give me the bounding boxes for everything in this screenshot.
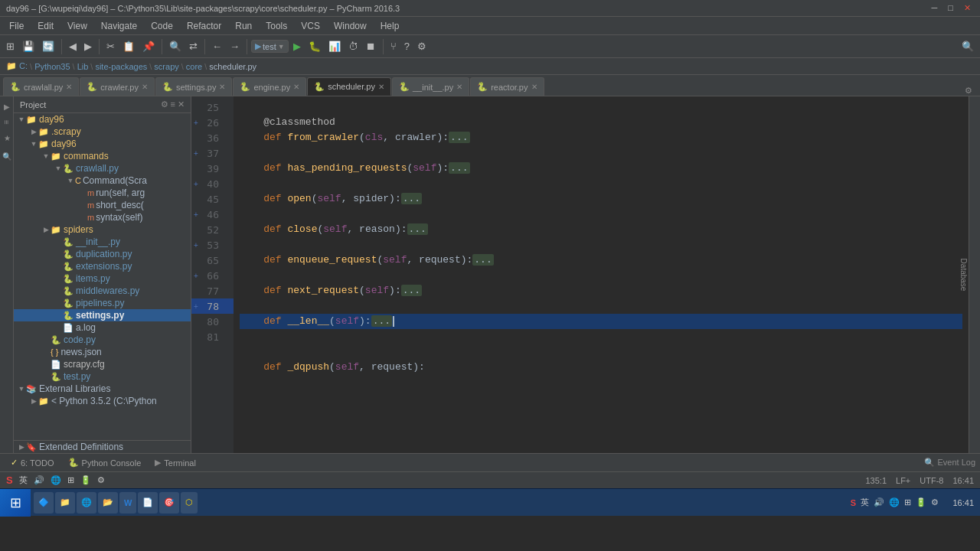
tray-audio[interactable]: 🔊 [874,497,884,507]
tree-item-syntax[interactable]: m syntax(self) [14,211,191,223]
bottom-tab-terminal[interactable]: ▶ Terminal [149,456,202,469]
tray-battery[interactable]: 🔋 [916,497,926,507]
sidebar-gear-icon[interactable]: ⚙ [161,99,168,109]
menu-refactor[interactable]: Refactor [181,19,227,33]
tree-item-items[interactable]: 🐍 items.py [14,272,191,285]
minimize-btn[interactable]: ─ [929,3,941,13]
toolbar-sync-btn[interactable]: 🔄 [39,39,57,54]
tree-item-spiders[interactable]: ▶ 📁 spiders [14,223,191,236]
toolbar-paste-btn[interactable]: 📌 [139,39,158,54]
taskbar-word[interactable]: W [119,492,136,514]
taskbar-folder[interactable]: 📂 [98,492,118,514]
tab-close-settings[interactable]: ✕ [219,83,225,91]
tree-item-test[interactable]: 🐍 test.py [14,370,191,383]
vcs-btn[interactable]: ⑂ [387,39,400,54]
bc-lib[interactable]: Lib [77,62,89,71]
extended-definitions[interactable]: ▶ 🔖 Extended Definitions [14,440,191,453]
bookmark-btn[interactable]: ★ [2,131,11,145]
expand-46[interactable]: + [191,210,201,219]
coverage-btn[interactable]: 📊 [325,39,344,54]
tab-init[interactable]: 🐍 __init__.py ✕ [392,77,469,96]
tree-item-day96-sub[interactable]: ▼ 📁 day96 [14,138,191,150]
toolbar-save-btn[interactable]: 💾 [19,39,38,54]
taskbar-explorer[interactable]: 📁 [55,492,75,514]
tab-crawlall[interactable]: 🐍 crawlall.py ✕ [3,77,79,96]
tray-ime[interactable]: 英 [861,497,869,508]
tab-scheduler[interactable]: 🐍 scheduler.py ✕ [307,77,391,96]
tray-network[interactable]: 🌐 [889,497,900,507]
profile-btn[interactable]: ⏱ [345,39,361,54]
tab-close-reactor[interactable]: ✕ [531,83,537,91]
sidebar-settings-icon[interactable]: ≡ [171,99,175,109]
bc-drive[interactable]: 📁 C: [6,61,28,71]
menu-navigate[interactable]: Navigate [95,19,143,33]
tree-item-duplication[interactable]: 🐍 duplication.py [14,248,191,260]
tree-item-commands[interactable]: ▼ 📁 commands [14,150,191,162]
toolbar-nav-next[interactable]: → [227,39,243,54]
tab-close-engine[interactable]: ✕ [293,83,299,91]
tree-item-code[interactable]: 🐍 code.py [14,334,191,346]
menu-tools[interactable]: Tools [260,19,293,33]
toolbar-copy-btn[interactable]: 📋 [119,39,138,54]
editor-settings-btn[interactable]: ⚙ [960,86,977,96]
expand-40[interactable]: + [191,180,201,188]
bc-sitepackages[interactable]: site-packages [95,62,147,71]
start-button[interactable]: ⊞ [0,489,31,517]
tree-item-day96[interactable]: ▼ 📁 day96 [14,113,191,126]
menu-window[interactable]: Window [328,19,373,33]
event-log-btn[interactable]: 🔍 Event Log [924,458,975,468]
tree-item-pipelines[interactable]: 🐍 pipelines.py [14,297,191,309]
debug-btn[interactable]: 🐛 [305,39,324,54]
bc-schedulerpy[interactable]: scheduler.py [209,62,256,71]
expand-66[interactable]: + [191,272,201,280]
tree-item-crawlall[interactable]: ▼ 🐍 crawlall.py [14,162,191,174]
tab-close-init[interactable]: ✕ [456,83,462,91]
run-btn[interactable]: ▶ [290,39,304,54]
toolbar-project-btn[interactable]: ⊞ [3,39,18,54]
tree-item-settings-active[interactable]: 🐍 settings.py [14,309,191,321]
tab-crawler[interactable]: 🐍 crawler.py ✕ [80,77,155,96]
code-editor[interactable]: @classmethod def from_crawler(cls, crawl… [234,96,969,453]
toolbar-nav-prev[interactable]: ← [209,39,225,54]
bottom-tab-python-console[interactable]: 🐍 Python Console [62,456,148,469]
editor-area[interactable]: 25 + 26 36 + 37 [191,96,980,453]
tree-item-news-json[interactable]: { } news.json [14,346,191,358]
tree-item-init[interactable]: 🐍 __init__.py [14,236,191,248]
sidebar-close-icon[interactable]: ✕ [178,99,185,109]
run-config-dropdown[interactable]: ▼ [278,43,285,51]
database-tab[interactable]: Database [959,259,968,292]
stop-btn[interactable]: ⏹ [363,39,379,54]
expand-78[interactable]: + [191,302,201,311]
expand-53[interactable]: + [191,241,201,249]
menu-run[interactable]: Run [229,19,258,33]
tree-item-extensions[interactable]: 🐍 extensions.py [14,260,191,272]
taskbar-app2[interactable]: ⬡ [181,492,198,514]
settings-toolbar-btn[interactable]: ⚙ [414,39,430,54]
menu-help[interactable]: Help [374,19,406,33]
bc-core[interactable]: core [186,62,202,71]
hierarchy-btn[interactable]: ≡ [2,117,11,128]
toolbar-back-btn[interactable]: ◀ [66,39,80,54]
bottom-tab-todo[interactable]: ✓ 6: TODO [5,456,60,469]
tab-settings[interactable]: 🐍 settings.py ✕ [155,77,233,96]
taskbar-files[interactable]: 📄 [138,492,158,514]
toolbar-replace-btn[interactable]: ⇄ [186,39,201,54]
tree-item-run[interactable]: m run(self, arg [14,187,191,199]
menu-file[interactable]: File [3,19,30,33]
menu-code[interactable]: Code [145,19,179,33]
tree-item-python352[interactable]: ▶ 📁 < Python 3.5.2 (C:\Python [14,395,191,407]
global-search-btn[interactable]: 🔍 [959,39,977,54]
expand-37[interactable]: + [191,149,201,158]
bc-scrapy[interactable]: scrapy [154,62,178,71]
tree-item-command-class[interactable]: ▼ C Command(Scra [14,174,191,187]
inspect-btn[interactable]: 🔍 [2,148,11,164]
structure-btn[interactable]: ▶ [2,99,11,114]
tree-item-scrapy-hidden[interactable]: ▶ 📁 .scrapy [14,126,191,138]
tab-reactor[interactable]: 🐍 reactor.py ✕ [470,77,544,96]
menu-view[interactable]: View [61,19,93,33]
tab-close-crawler[interactable]: ✕ [142,83,148,91]
toolbar-forward-btn[interactable]: ▶ [81,39,95,54]
toolbar-find-btn[interactable]: 🔍 [166,39,185,54]
menu-vcs[interactable]: VCS [295,19,326,33]
tree-item-short-desc[interactable]: m short_desc( [14,199,191,211]
